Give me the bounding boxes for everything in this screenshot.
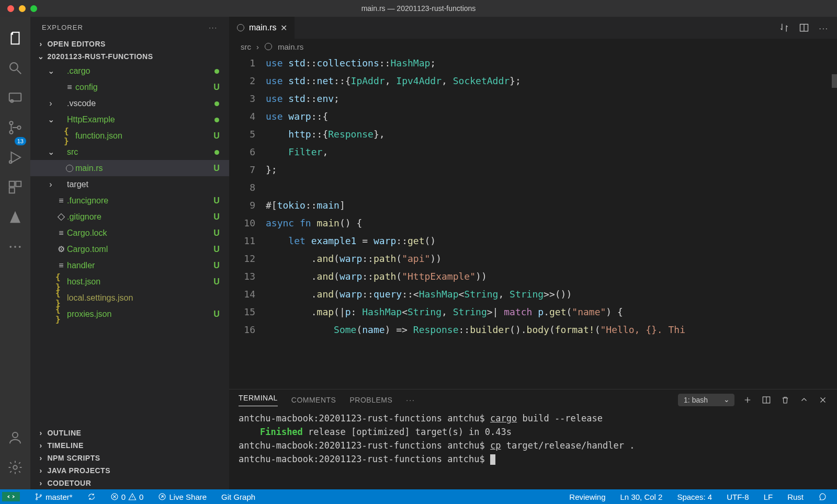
sync-button[interactable] <box>84 492 99 501</box>
editor-tab[interactable]: main.rs ✕ <box>229 17 295 39</box>
git-branch[interactable]: master* <box>31 492 76 501</box>
sidebar-section[interactable]: › TIMELINE <box>30 439 229 452</box>
new-terminal-icon[interactable] <box>743 395 752 405</box>
svg-point-10 <box>9 246 12 248</box>
minimap-thumb[interactable] <box>832 74 837 88</box>
tree-item[interactable]: { }host.jsonU <box>30 273 229 290</box>
tree-item[interactable]: ›.vscode <box>30 95 229 111</box>
indentation[interactable]: Spaces: 4 <box>674 492 715 501</box>
svg-point-13 <box>13 432 18 438</box>
sidebar-title: EXPLORER <box>42 24 83 31</box>
tree-item[interactable]: ≡.funcignoreU <box>30 192 229 209</box>
sidebar-section[interactable]: › OUTLINE <box>30 427 229 439</box>
search-icon[interactable] <box>7 60 23 76</box>
tree-item[interactable]: .gitignoreU <box>30 209 229 225</box>
tree-item[interactable]: { }local.settings.json <box>30 290 229 306</box>
tab-actions: ··· <box>771 17 837 39</box>
code-content[interactable]: use std::collections::HashMap;use std::n… <box>266 54 837 389</box>
breadcrumb-item[interactable]: src <box>241 42 251 51</box>
more-icon[interactable] <box>7 239 23 255</box>
svg-rect-7 <box>9 181 15 187</box>
svg-point-17 <box>36 494 38 495</box>
close-panel-icon[interactable] <box>818 395 828 405</box>
tree-item[interactable]: main.rsU <box>30 160 229 176</box>
tree-item[interactable]: { }function.jsonU <box>30 128 229 144</box>
comments-tab[interactable]: COMMENTS <box>291 396 336 404</box>
bottom-panel: TERMINAL COMMENTS PROBLEMS ··· 1: bash <box>229 389 837 489</box>
tab-label: main.rs <box>249 23 276 32</box>
warning-count: 0 <box>139 492 143 501</box>
tab-close-icon[interactable]: ✕ <box>280 23 287 33</box>
line-gutter: 12345678910111213141516 <box>229 54 266 389</box>
maximize-window-button[interactable] <box>30 5 37 12</box>
compare-changes-icon[interactable] <box>779 22 789 33</box>
editor-more-icon[interactable]: ··· <box>819 24 829 32</box>
maximize-panel-icon[interactable] <box>799 395 809 405</box>
workspace-section[interactable]: ⌄ 20201123-RUST-FUNCTIONS <box>30 50 229 63</box>
eol[interactable]: LF <box>761 492 776 501</box>
explorer-icon[interactable] <box>7 30 23 46</box>
encoding[interactable]: UTF-8 <box>723 492 752 501</box>
problems-tab[interactable]: PROBLEMS <box>349 396 392 404</box>
breadcrumbs[interactable]: src › main.rs <box>229 39 837 54</box>
feedback-icon[interactable] <box>815 492 830 501</box>
kill-terminal-icon[interactable] <box>781 395 790 405</box>
sidebar-section[interactable]: › CODETOUR <box>30 477 229 489</box>
svg-point-12 <box>19 246 21 248</box>
extensions-icon[interactable] <box>7 179 23 195</box>
minimize-window-button[interactable] <box>19 5 26 12</box>
status-bar: master* 0 0 Live Share Git Graph Reviewi… <box>0 489 837 504</box>
cursor-position[interactable]: Ln 30, Col 2 <box>617 492 666 501</box>
account-icon[interactable] <box>7 430 23 445</box>
close-window-button[interactable] <box>7 5 14 12</box>
open-editors-section[interactable]: › OPEN EDITORS <box>30 38 229 50</box>
language-mode[interactable]: Rust <box>784 492 807 501</box>
split-terminal-icon[interactable] <box>762 395 771 405</box>
tree-item[interactable]: ⌄.cargo <box>30 63 229 79</box>
breadcrumb-item[interactable]: main.rs <box>278 42 303 51</box>
svg-point-5 <box>17 126 20 129</box>
panel-more-icon[interactable]: ··· <box>406 396 415 404</box>
remote-explorer-icon[interactable] <box>7 90 23 106</box>
azure-icon[interactable] <box>7 209 23 225</box>
reviewing-status[interactable]: Reviewing <box>566 492 608 501</box>
terminal-select[interactable]: 1: bash <box>678 394 734 406</box>
svg-point-19 <box>40 495 42 496</box>
open-editors-label: OPEN EDITORS <box>47 40 106 48</box>
tree-item[interactable]: ›target <box>30 176 229 192</box>
minimap[interactable] <box>832 74 837 315</box>
tree-item[interactable]: ≡Cargo.lockU <box>30 225 229 241</box>
rust-file-icon <box>236 24 245 32</box>
remote-indicator[interactable] <box>2 492 20 501</box>
window-controls <box>0 5 37 12</box>
source-control-icon[interactable] <box>7 120 23 135</box>
problems-status[interactable]: 0 0 <box>107 492 147 501</box>
run-debug-icon[interactable] <box>7 150 23 165</box>
tab-bar: main.rs ✕ ··· <box>229 17 837 39</box>
rust-file-icon <box>264 42 273 51</box>
activity-bar: 13 <box>0 17 30 489</box>
tree-item[interactable]: ⚙Cargo.tomlU <box>30 241 229 257</box>
live-share[interactable]: Live Share <box>155 492 210 501</box>
sidebar-header: EXPLORER ··· <box>30 17 229 38</box>
tree-item[interactable]: ≡configU <box>30 79 229 95</box>
git-graph[interactable]: Git Graph <box>218 492 258 501</box>
sidebar-section[interactable]: › JAVA PROJECTS <box>30 464 229 477</box>
sidebar-section[interactable]: › NPM SCRIPTS <box>30 452 229 464</box>
tree-item[interactable]: ⌄HttpExample <box>30 111 229 128</box>
terminal-tab[interactable]: TERMINAL <box>239 394 278 406</box>
tree-item[interactable]: { }proxies.jsonU <box>30 306 229 322</box>
editor-area: main.rs ✕ ··· src › main.rs 123456789101… <box>229 17 837 489</box>
settings-gear-icon[interactable] <box>7 460 23 475</box>
error-count: 0 <box>121 492 126 501</box>
split-editor-icon[interactable] <box>799 22 809 33</box>
svg-point-14 <box>13 465 17 469</box>
terminal-content[interactable]: antchu-macbook:20201123-rust-functions a… <box>229 410 837 489</box>
svg-point-11 <box>14 246 16 248</box>
sidebar-more-icon[interactable]: ··· <box>209 24 218 31</box>
tree-item[interactable]: ⌄src <box>30 144 229 160</box>
code-editor[interactable]: 12345678910111213141516 use std::collect… <box>229 54 837 389</box>
liveshare-label: Live Share <box>169 492 207 501</box>
sidebar: EXPLORER ··· › OPEN EDITORS ⌄ 20201123-R… <box>30 17 229 489</box>
tree-item[interactable]: ≡handlerU <box>30 257 229 273</box>
